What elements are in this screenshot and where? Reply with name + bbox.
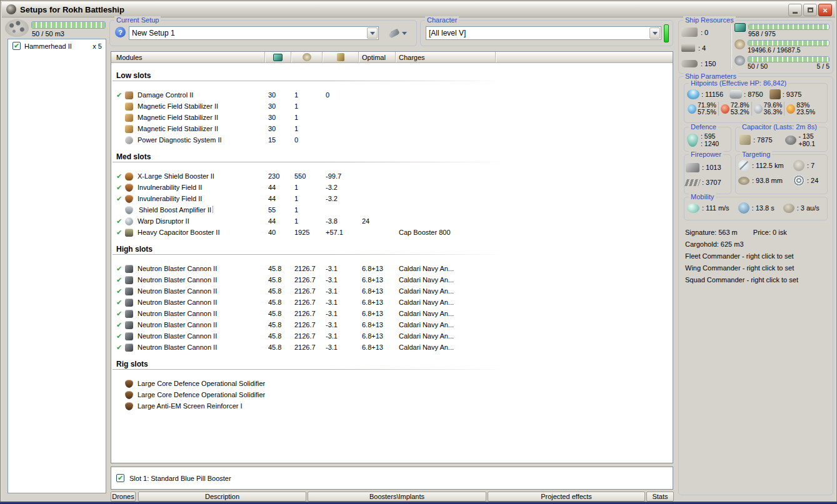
- turret-slot-icon: [681, 27, 698, 37]
- module-icon: [125, 287, 133, 295]
- sensor-strength-value: : 24: [807, 177, 818, 184]
- capacitor-cell-icon: [739, 135, 751, 145]
- wing-commander-slot[interactable]: Wing Commander - right click to set: [685, 262, 798, 274]
- setup-dropdown-button[interactable]: [367, 27, 378, 39]
- modules-table-header: Modules Optimal Charges: [111, 52, 673, 63]
- module-row[interactable]: ✔Neutron Blaster Cannon II45.82126.7-3.1…: [111, 297, 673, 308]
- modules-column-header[interactable]: Modules: [111, 52, 265, 62]
- cpu-column-header[interactable]: [265, 52, 291, 62]
- wrench-icon: [388, 29, 400, 38]
- module-row[interactable]: ✔Invulnerability Field II441-3.2: [111, 193, 673, 204]
- module-name: Power Diagnostic System II: [138, 136, 265, 144]
- module-row[interactable]: Power Diagnostic System II150: [111, 134, 673, 146]
- targeting-group: Targeting : 112.5 km : 7 : 93.8 mm : 24: [735, 154, 828, 194]
- setup-tools-button[interactable]: [387, 27, 409, 39]
- title-bar[interactable]: Setups for Rokh Battleship ×: [2, 2, 835, 17]
- module-row[interactable]: ✔Damage Control II3010: [111, 89, 673, 101]
- module-active-check-icon: ✔: [116, 195, 125, 202]
- speed-icon: [687, 204, 699, 213]
- maximize-button[interactable]: [803, 4, 817, 16]
- description-button[interactable]: Description: [138, 492, 306, 502]
- calibration-value: : 150: [701, 60, 716, 67]
- close-button[interactable]: ×: [818, 4, 832, 16]
- module-row[interactable]: Large Core Defence Operational Solidifie…: [111, 378, 673, 389]
- module-row[interactable]: Large Core Defence Operational Solidifie…: [111, 389, 673, 400]
- help-icon[interactable]: ?: [115, 27, 126, 37]
- module-powergrid-value: 550: [291, 172, 323, 180]
- setup-select-value: New Setup 1: [129, 29, 366, 37]
- drone-list[interactable]: ✔Hammerhead IIx 5: [8, 39, 106, 493]
- module-row[interactable]: Magnetic Field Stabilizer II301: [111, 112, 673, 123]
- defence-value1: : 595: [701, 132, 715, 140]
- drone-list-item[interactable]: ✔Hammerhead IIx 5: [8, 39, 106, 51]
- capacitor-label: Capacitor (Lasts: 2m 8s): [740, 123, 819, 131]
- module-row[interactable]: Shield Boost Amplifier II551: [111, 204, 673, 215]
- drone-checkbox[interactable]: ✔: [13, 42, 21, 50]
- firepower-group: Firepower : 1013 : 3707: [684, 154, 731, 194]
- hitpoints-group: Hitpoints (Effective HP: 86,842) : 11156…: [684, 83, 828, 123]
- drones-button[interactable]: Drones: [111, 492, 136, 502]
- booster-checkbox[interactable]: ✔: [116, 474, 124, 482]
- module-active-check-icon: ✔: [116, 310, 125, 317]
- module-row[interactable]: Magnetic Field Stabilizer II301: [111, 123, 673, 134]
- module-row[interactable]: Magnetic Field Stabilizer II301: [111, 101, 673, 112]
- module-cpu-value: 44: [265, 217, 291, 225]
- character-select[interactable]: [All level V]: [426, 26, 661, 40]
- module-icon: [125, 265, 133, 273]
- stats-button[interactable]: Stats: [646, 492, 674, 502]
- firepower-label: Firepower: [689, 151, 723, 158]
- projected-effects-button[interactable]: Projected effects: [488, 492, 645, 502]
- module-name: Heavy Capacitor Booster II: [138, 229, 265, 236]
- module-row[interactable]: ✔Neutron Blaster Cannon II45.82126.7-3.1…: [111, 330, 673, 342]
- module-charge-value: Caldari Navy An...: [396, 276, 673, 284]
- module-name: X-Large Shield Booster II: [138, 172, 265, 180]
- module-row[interactable]: ✔Neutron Blaster Cannon II45.82126.7-3.1…: [111, 308, 673, 319]
- charges-column-header[interactable]: Charges: [396, 52, 496, 62]
- squad-commander-slot[interactable]: Squad Commander - right click to set: [685, 274, 798, 286]
- module-cpu-value: 40: [265, 229, 291, 236]
- module-row[interactable]: ✔Heavy Capacitor Booster II401925+57.1Ca…: [111, 227, 673, 238]
- module-icon: [125, 299, 133, 307]
- optimal-column-header[interactable]: Optimal: [359, 52, 396, 62]
- character-dropdown-button[interactable]: [649, 27, 660, 39]
- module-row[interactable]: ✔Invulnerability Field II441-3.2: [111, 182, 673, 193]
- module-powergrid-value: 2126.7: [291, 310, 323, 317]
- dronebay-usage-value: 50 / 50: [748, 62, 768, 70]
- module-row[interactable]: ✔Neutron Blaster Cannon II45.82126.7-3.1…: [111, 263, 673, 274]
- module-row[interactable]: ✔Neutron Blaster Cannon II45.82126.7-3.1…: [111, 274, 673, 285]
- capacitor-icon: [337, 53, 344, 61]
- resources-divider: [731, 24, 731, 69]
- em-resist-icon: [688, 104, 696, 114]
- module-name: Large Anti-EM Screen Reinforcer I: [138, 402, 265, 410]
- section-underline: [113, 81, 503, 81]
- module-powergrid-value: 2126.7: [291, 343, 323, 351]
- module-row[interactable]: ✔Neutron Blaster Cannon II45.82126.7-3.1…: [111, 319, 673, 330]
- thermal-armor-resist: 53.2%: [731, 108, 749, 116]
- module-row[interactable]: ✔Neutron Blaster Cannon II45.82126.7-3.1…: [111, 342, 673, 353]
- shield-hp-icon: [687, 89, 699, 99]
- eft-window: { "window": { "title": "Setups for Rokh …: [0, 0, 837, 504]
- capacitor-column-header[interactable]: [323, 52, 359, 62]
- module-cpu-value: 30: [265, 125, 291, 132]
- module-row[interactable]: Large Anti-EM Screen Reinforcer I: [111, 400, 673, 412]
- powergrid-column-header[interactable]: [291, 52, 323, 62]
- setup-select[interactable]: New Setup 1: [129, 26, 379, 40]
- module-name: Neutron Blaster Cannon II: [138, 287, 265, 295]
- fleet-commander-slot[interactable]: Fleet Commander - right click to set: [685, 250, 798, 262]
- module-row[interactable]: ✔X-Large Shield Booster II230550-99.7: [111, 170, 673, 182]
- empty-column-header: [496, 52, 673, 62]
- dronebay-progressbar: [748, 56, 829, 62]
- module-row[interactable]: ✔Warp Disruptor II441-3.824: [111, 215, 673, 227]
- module-icon: [125, 102, 133, 111]
- current-setup-group: Current Setup ? New Setup 1: [109, 20, 417, 46]
- module-row[interactable]: ✔Neutron Blaster Cannon II45.82126.7-3.1…: [111, 285, 673, 297]
- minimize-button[interactable]: [788, 4, 802, 16]
- explosive-armor-resist: 23.5%: [796, 108, 815, 116]
- module-active-check-icon: ✔: [116, 344, 125, 351]
- boosters-implants-button[interactable]: Boosters\Implants: [308, 492, 486, 502]
- capacitor-group: Capacitor (Lasts: 2m 8s) : 7875 - 135 +8…: [735, 127, 828, 152]
- minimize-icon: [793, 12, 798, 14]
- module-optimal-value: 24: [359, 217, 396, 225]
- module-powergrid-value: 1: [291, 91, 323, 99]
- range-icon: [738, 160, 749, 171]
